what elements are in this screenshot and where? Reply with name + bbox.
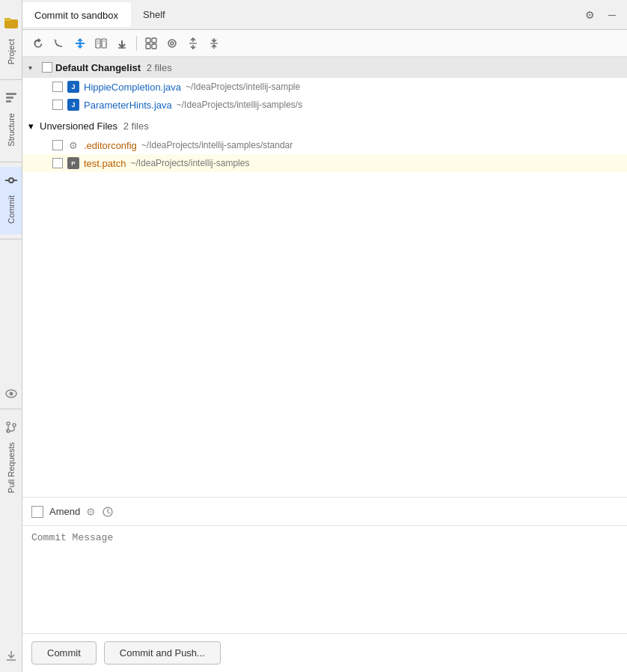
patch-filepath: ~/IdeaProjects/intellij-samples [130, 158, 249, 168]
tab-actions: ⚙ ─ [581, 6, 627, 24]
structure-icon [4, 92, 18, 104]
svg-point-10 [7, 422, 10, 425]
sidebar-item-pull-requests[interactable]: Pull Requests [0, 414, 22, 504]
amend-settings-icon[interactable]: ⚙ [86, 506, 96, 518]
parameter-java-icon: J [67, 99, 79, 111]
sidebar-commit-label: Commit [5, 189, 17, 230]
file-tree: ▾ Default Changelist 2 files J HippieCom… [22, 57, 627, 497]
update-button[interactable] [112, 34, 132, 53]
filter-button[interactable] [162, 34, 182, 53]
parameter-checkbox[interactable] [52, 100, 63, 110]
move-icon [74, 37, 86, 49]
refresh-button[interactable] [28, 34, 48, 53]
svg-rect-18 [102, 39, 106, 48]
default-changelist-count: 2 files [144, 62, 172, 73]
amend-history-icon[interactable] [102, 505, 114, 518]
toolbar [22, 30, 627, 57]
bottom-section: Amend ⚙ Commit Commit and Push... [22, 497, 627, 672]
undo-icon [53, 37, 65, 49]
diff-icon [95, 37, 107, 49]
parameter-filename: ParameterHints.java [84, 100, 172, 111]
move-button[interactable] [70, 34, 90, 53]
eye-icon [4, 388, 18, 400]
commit-buttons: Commit Commit and Push... [22, 633, 627, 672]
tab-commit-to-sandbox[interactable]: Commit to sandbox [22, 2, 131, 27]
svg-rect-26 [152, 44, 156, 49]
editorconfig-checkbox[interactable] [52, 140, 63, 150]
patch-checkbox[interactable] [52, 158, 63, 168]
commit-and-push-button[interactable]: Commit and Push... [104, 641, 221, 665]
svg-rect-4 [6, 100, 11, 103]
svg-rect-1 [4, 18, 10, 21]
svg-point-27 [168, 40, 176, 47]
sidebar-divider-1 [0, 79, 22, 80]
editorconfig-filename: .editorconfig [84, 140, 137, 151]
sidebar: Project Structure Commit [0, 0, 22, 672]
amend-label: Amend [49, 506, 80, 517]
group-by-button[interactable] [141, 34, 161, 53]
sidebar-divider-2 [0, 162, 22, 162]
pull-requests-icon [4, 421, 18, 433]
svg-rect-24 [152, 38, 156, 43]
unversioned-collapse-arrow[interactable]: ▾ [28, 120, 34, 132]
unversioned-name: Unversioned Files [40, 120, 117, 132]
svg-rect-23 [146, 38, 150, 43]
unversioned-count: 2 files [120, 120, 149, 132]
hippie-checkbox[interactable] [52, 82, 63, 92]
file-item-editorconfig[interactable]: ⚙ .editorconfig ~/IdeaProjects/intellij-… [22, 136, 627, 154]
toolbar-sep-1 [136, 36, 137, 51]
amend-checkbox[interactable] [31, 506, 43, 518]
file-item-parameter[interactable]: J ParameterHints.java ~/IdeaProjects/int… [22, 96, 627, 114]
svg-rect-3 [6, 97, 13, 99]
unversioned-header[interactable]: ▾ Unversioned Files 2 files [22, 115, 627, 136]
expand-all-button[interactable] [183, 34, 203, 53]
sidebar-project-label: Project [5, 33, 17, 70]
hippie-java-icon: J [67, 81, 79, 93]
sidebar-item-push[interactable] [0, 645, 22, 666]
default-changelist-header[interactable]: ▾ Default Changelist 2 files [22, 57, 627, 78]
settings-gear-icon: ⚙ [585, 9, 595, 21]
tab-bar: Commit to sandbox Shelf ⚙ ─ [22, 0, 627, 30]
sidebar-item-watch[interactable] [0, 383, 22, 404]
push-icon [4, 650, 18, 662]
minimize-button[interactable]: ─ [603, 6, 621, 24]
default-changelist-checkbox[interactable] [42, 62, 52, 73]
collapse-icon [208, 37, 220, 49]
refresh-icon [32, 37, 44, 49]
undo-button[interactable] [49, 34, 69, 53]
expand-icon [187, 37, 199, 49]
file-item-patch[interactable]: P test.patch ~/IdeaProjects/intellij-sam… [22, 154, 627, 172]
sidebar-pull-requests-label: Pull Requests [5, 436, 17, 499]
hippie-filepath: ~/IdeaProjects/intellij-sample [186, 82, 300, 92]
sidebar-item-structure[interactable]: Structure [0, 85, 22, 157]
patch-filename: test.patch [84, 158, 126, 169]
parameter-filepath: ~/IdeaProjects/intellij-samples/s [177, 100, 302, 110]
svg-point-12 [13, 424, 16, 427]
commit-button[interactable]: Commit [31, 641, 97, 665]
minimize-icon: ─ [608, 9, 616, 21]
file-item-hippie[interactable]: J HippieCompletion.java ~/IdeaProjects/i… [22, 78, 627, 96]
changelist-collapse-arrow[interactable]: ▾ [28, 64, 39, 72]
sidebar-divider-4 [0, 409, 22, 409]
commit-message-input[interactable] [22, 526, 627, 631]
amend-row: Amend ⚙ [22, 498, 627, 526]
diff-button[interactable] [91, 34, 111, 53]
svg-point-28 [171, 42, 174, 45]
sidebar-divider-3 [0, 239, 22, 239]
settings-button[interactable]: ⚙ [581, 6, 599, 24]
sidebar-item-project[interactable]: Project [0, 7, 22, 75]
svg-point-9 [9, 392, 13, 396]
default-changelist-name: Default Changelist [55, 62, 141, 73]
commit-icon [4, 174, 18, 186]
svg-rect-2 [6, 93, 16, 95]
collapse-all-button[interactable] [204, 34, 224, 53]
folder-icon [4, 15, 19, 30]
tab-shelf[interactable]: Shelf [131, 3, 178, 26]
update-icon [116, 37, 128, 49]
svg-rect-25 [146, 44, 150, 49]
hippie-filename: HippieCompletion.java [84, 82, 181, 93]
sidebar-item-commit[interactable]: Commit [0, 167, 22, 234]
filter-icon [166, 37, 178, 49]
patch-file-icon: P [67, 157, 79, 169]
group-icon [145, 37, 157, 49]
